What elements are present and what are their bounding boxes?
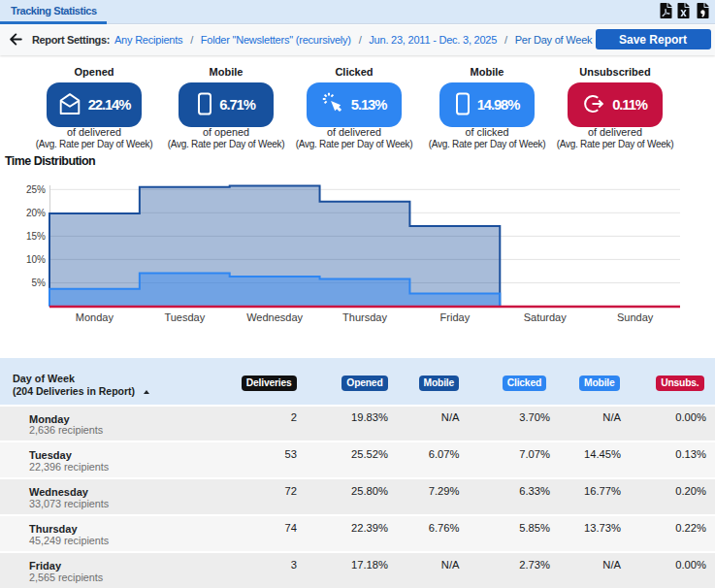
svg-text:25%: 25% — [26, 184, 46, 195]
svg-text:Monday: Monday — [76, 311, 114, 323]
svg-text:Thursday: Thursday — [342, 311, 387, 323]
svg-text:Saturday: Saturday — [524, 311, 568, 323]
svg-text:5%: 5% — [32, 278, 47, 288]
svg-text:Tuesday: Tuesday — [164, 311, 205, 323]
svg-text:20%: 20% — [26, 208, 46, 218]
svg-text:15%: 15% — [26, 231, 46, 242]
svg-text:Friday: Friday — [440, 311, 471, 323]
svg-text:Wednesday: Wednesday — [246, 311, 303, 323]
svg-text:Sunday: Sunday — [617, 311, 654, 323]
svg-text:10%: 10% — [26, 254, 46, 265]
